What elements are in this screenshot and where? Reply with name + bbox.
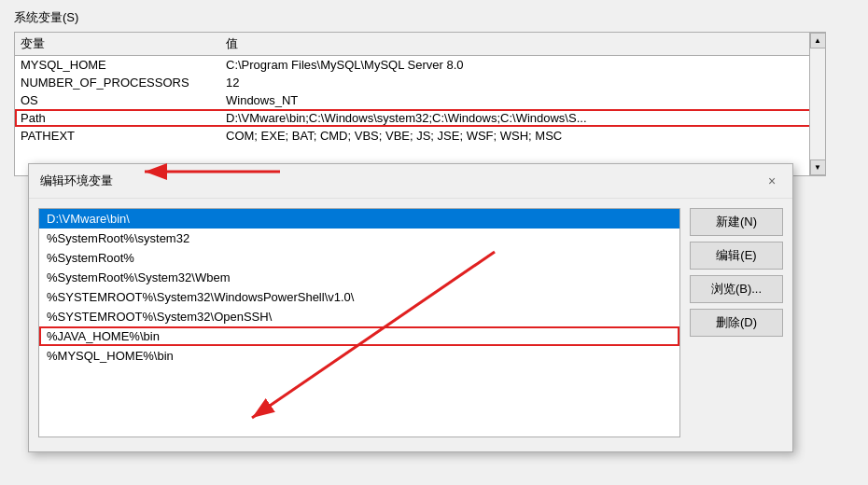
path-item[interactable]: %MYSQL_HOME%\bin [39, 346, 679, 366]
table-row[interactable]: PathD:\VMware\bin;C:\Windows\system32;C:… [15, 109, 825, 127]
col-val-header: 值 [226, 35, 819, 52]
path-list[interactable]: D:\VMware\bin\%SystemRoot%\system32%Syst… [38, 208, 680, 437]
val-cell: C:\Program Files\MySQL\MySQL Server 8.0 [226, 58, 819, 72]
dialog-body: D:\VMware\bin\%SystemRoot%\system32%Syst… [29, 199, 792, 447]
path-item[interactable]: %SYSTEMROOT%\System32\OpenSSH\ [39, 307, 679, 326]
browse-button[interactable]: 浏览(B)... [690, 275, 783, 303]
delete-button[interactable]: 删除(D) [690, 309, 783, 337]
dialog-titlebar: 编辑环境变量 × [29, 164, 792, 199]
var-cell: Path [21, 111, 226, 125]
path-item[interactable]: D:\VMware\bin\ [39, 209, 679, 229]
edit-button[interactable]: 编辑(E) [690, 242, 783, 270]
path-item[interactable]: %SYSTEMROOT%\System32\WindowsPowerShell\… [39, 287, 679, 307]
path-item[interactable]: %JAVA_HOME%\bin [39, 326, 679, 346]
table-row[interactable]: NUMBER_OF_PROCESSORS12 [15, 74, 825, 91]
table-row[interactable]: PATHEXTCOM; EXE; BAT; CMD; VBS; VBE; JS;… [15, 127, 825, 145]
val-cell: 12 [226, 76, 819, 90]
dialog-title: 编辑环境变量 [40, 173, 113, 189]
table-header: 变量 值 [15, 33, 825, 56]
col-var-header: 变量 [21, 35, 226, 52]
path-item[interactable]: %SystemRoot%\System32\Wbem [39, 268, 679, 287]
panel-title: 系统变量(S) [14, 9, 854, 26]
table-body: MYSQL_HOMEC:\Program Files\MySQL\MySQL S… [15, 56, 825, 176]
var-cell: OS [21, 93, 226, 107]
new-button[interactable]: 新建(N) [690, 208, 783, 236]
val-cell: COM; EXE; BAT; CMD; VBS; VBE; JS; JSE; W… [226, 129, 819, 143]
val-cell: D:\VMware\bin;C:\Windows\system32;C:\Win… [226, 111, 819, 125]
dialog-close-button[interactable]: × [763, 172, 781, 190]
scroll-track [810, 48, 825, 159]
var-cell: MYSQL_HOME [21, 58, 226, 72]
table-scrollbar[interactable]: ▲ ▼ [809, 33, 825, 175]
scroll-down-button[interactable]: ▼ [810, 159, 826, 175]
sys-vars-table: 变量 值 MYSQL_HOMEC:\Program Files\MySQL\My… [14, 32, 826, 176]
path-item[interactable]: %SystemRoot%\system32 [39, 229, 679, 248]
var-cell: PATHEXT [21, 129, 226, 143]
table-row[interactable]: OSWindows_NT [15, 91, 825, 109]
scroll-up-button[interactable]: ▲ [810, 33, 826, 48]
var-cell: NUMBER_OF_PROCESSORS [21, 76, 226, 90]
table-row[interactable]: MYSQL_HOMEC:\Program Files\MySQL\MySQL S… [15, 56, 825, 74]
dialog-buttons: 新建(N)编辑(E)浏览(B)...删除(D) [690, 208, 783, 437]
path-item[interactable]: %SystemRoot% [39, 248, 679, 268]
edit-env-dialog: 编辑环境变量 × D:\VMware\bin\%SystemRoot%\syst… [28, 163, 793, 452]
val-cell: Windows_NT [226, 93, 819, 107]
